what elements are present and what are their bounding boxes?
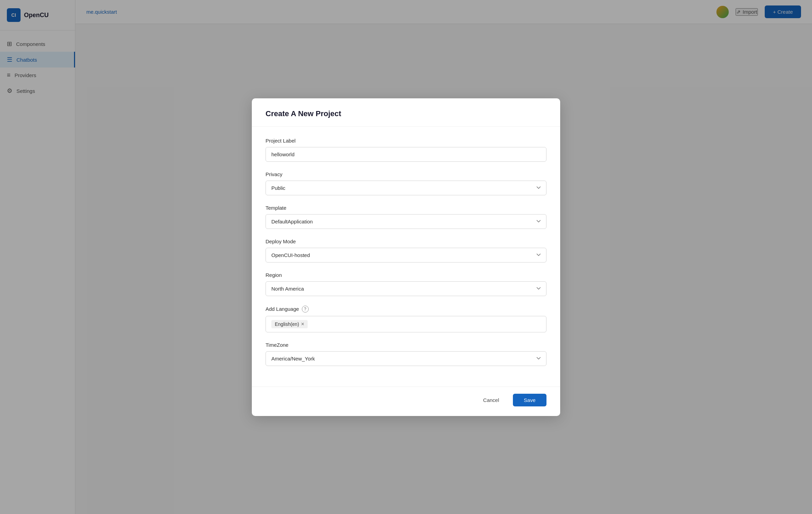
modal-overlay: Create A New Project Project Label Priva… (0, 0, 812, 514)
add-language-label: Add Language ? (266, 306, 546, 313)
privacy-select[interactable]: Public Private (266, 181, 546, 195)
modal-title: Create A New Project (266, 109, 546, 118)
language-tag: English(en) × (271, 320, 308, 328)
modal-body: Project Label Privacy Public Private Tem… (252, 127, 560, 387)
language-tag-input[interactable]: English(en) × (266, 316, 546, 332)
modal-header: Create A New Project (252, 98, 560, 127)
region-select[interactable]: North America Europe Asia Pacific (266, 281, 546, 296)
deploy-mode-label: Deploy Mode (266, 238, 546, 244)
create-project-modal: Create A New Project Project Label Priva… (252, 98, 560, 416)
help-icon[interactable]: ? (302, 306, 309, 313)
add-language-group: Add Language ? English(en) × (266, 306, 546, 332)
privacy-label: Privacy (266, 171, 546, 177)
template-select[interactable]: DefaultApplication BlankApplication (266, 214, 546, 229)
cancel-button[interactable]: Cancel (475, 394, 507, 406)
privacy-group: Privacy Public Private (266, 171, 546, 195)
deploy-mode-group: Deploy Mode OpenCUI-hosted Self-hosted (266, 238, 546, 262)
project-label-group: Project Label (266, 138, 546, 162)
timezone-label: TimeZone (266, 342, 546, 348)
deploy-mode-select[interactable]: OpenCUI-hosted Self-hosted (266, 248, 546, 262)
project-label-label: Project Label (266, 138, 546, 144)
modal-footer: Cancel Save (252, 387, 560, 416)
save-button[interactable]: Save (513, 394, 546, 406)
template-group: Template DefaultApplication BlankApplica… (266, 205, 546, 229)
project-label-input[interactable] (266, 147, 546, 162)
language-tag-remove[interactable]: × (301, 321, 304, 327)
region-group: Region North America Europe Asia Pacific (266, 272, 546, 296)
timezone-group: TimeZone America/New_York America/Los_An… (266, 342, 546, 366)
template-label: Template (266, 205, 546, 211)
region-label: Region (266, 272, 546, 278)
timezone-select[interactable]: America/New_York America/Los_Angeles UTC (266, 351, 546, 366)
